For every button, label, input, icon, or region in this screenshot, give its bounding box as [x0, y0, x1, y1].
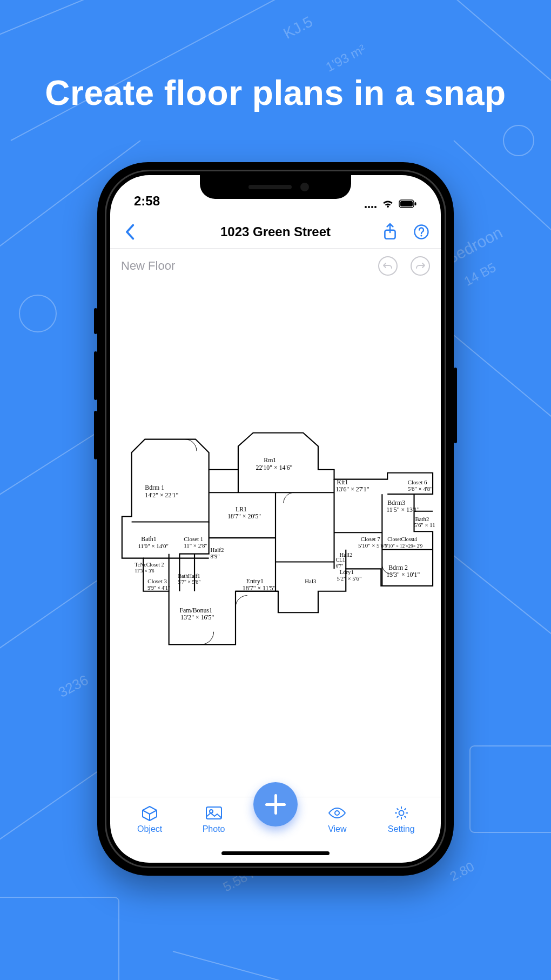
svg-text:11'0" × 14'0": 11'0" × 14'0": [138, 543, 168, 549]
tab-photo-label: Photo: [203, 824, 225, 834]
svg-text:18'7" × 20'5": 18'7" × 20'5": [227, 512, 261, 520]
svg-text:13'3" × 10'1": 13'3" × 10'1": [386, 571, 420, 578]
tab-view[interactable]: View: [313, 805, 361, 834]
view-icon: [328, 805, 346, 821]
promo-headline: Create floor plans in a snap: [0, 73, 551, 113]
home-indicator[interactable]: [221, 851, 330, 855]
subbar: New Floor: [110, 251, 441, 281]
navbar: 1023 Green Street: [110, 215, 441, 249]
svg-text:3236: 3236: [56, 671, 91, 701]
svg-text:BathHalf1: BathHalf1: [178, 573, 200, 579]
svg-line-4: [0, 573, 108, 670]
svg-point-79: [335, 811, 339, 815]
svg-text:TcNcCloset 2: TcNcCloset 2: [135, 562, 164, 568]
svg-point-80: [399, 811, 404, 816]
svg-text:1'93 m²: 1'93 m²: [323, 42, 368, 75]
svg-text:Half2: Half2: [211, 546, 224, 553]
svg-rect-30: [400, 201, 413, 206]
svg-text:Hal3: Hal3: [305, 578, 316, 584]
svg-text:13'2" × 16'5": 13'2" × 16'5": [180, 614, 214, 621]
signal-icon: [364, 199, 377, 209]
svg-text:Ldry1: Ldry1: [339, 569, 354, 575]
svg-point-34: [420, 235, 422, 236]
svg-text:5'2" × 5'6": 5'2" × 5'6": [337, 575, 361, 582]
phone-notch: [200, 175, 351, 199]
floorplan-drawing: Bdrm 1 14'2" × 22'1" Rm1 22'10" × 14'6" …: [116, 430, 435, 654]
add-button[interactable]: [253, 782, 298, 826]
tab-object[interactable]: Object: [125, 805, 174, 834]
svg-text:6'7": 6'7": [335, 563, 343, 569]
svg-text:Bath2: Bath2: [415, 516, 429, 522]
svg-line-1: [11, 0, 335, 141]
svg-point-27: [371, 206, 373, 208]
svg-rect-77: [206, 807, 221, 819]
svg-line-7: [454, 141, 551, 259]
tab-setting[interactable]: Setting: [377, 805, 426, 834]
tab-setting-label: Setting: [388, 824, 415, 834]
tab-object-label: Object: [137, 824, 162, 834]
share-button[interactable]: [380, 222, 400, 242]
svg-rect-14: [0, 897, 119, 980]
svg-line-9: [448, 551, 551, 659]
undo-button[interactable]: [378, 256, 398, 276]
svg-text:5'6" × 11': 5'6" × 11': [414, 522, 435, 528]
svg-point-25: [365, 206, 367, 208]
svg-text:2.80: 2.80: [447, 859, 476, 884]
question-icon: [413, 224, 429, 240]
status-time: 2:58: [134, 194, 160, 209]
svg-rect-31: [415, 202, 416, 205]
svg-text:18'7" × 11'5": 18'7" × 11'5": [243, 584, 276, 592]
svg-text:Closet 1: Closet 1: [184, 536, 203, 542]
object-icon: [140, 805, 159, 821]
redo-button[interactable]: [411, 256, 430, 276]
tab-view-label: View: [328, 824, 346, 834]
phone-screen: 2:58: [110, 175, 441, 863]
floor-label[interactable]: New Floor: [121, 259, 175, 273]
wifi-icon: [381, 199, 394, 209]
undo-icon: [382, 262, 393, 270]
redo-icon: [415, 262, 426, 270]
svg-text:11" × 2'8": 11" × 2'8": [184, 542, 207, 549]
setting-icon: [392, 805, 411, 821]
svg-line-3: [0, 432, 97, 508]
phone-mockup: 2:58: [97, 162, 454, 876]
svg-point-12: [503, 125, 534, 156]
svg-line-8: [454, 335, 551, 443]
svg-text:Bath1: Bath1: [141, 535, 156, 543]
svg-text:14 B5: 14 B5: [461, 260, 498, 289]
svg-text:11'5" × 13'1": 11'5" × 13'1": [386, 506, 420, 514]
svg-text:14'2" × 22'1": 14'2" × 22'1": [145, 491, 178, 499]
svg-text:KJ.5: KJ.5: [280, 13, 315, 42]
phone-volume-down: [94, 411, 97, 459]
svg-text:Rm1: Rm1: [264, 456, 276, 464]
svg-point-26: [368, 206, 370, 208]
svg-text:9'9" × 4'1": 9'9" × 4'1": [147, 585, 170, 591]
share-icon: [383, 223, 397, 241]
svg-text:11'3"× 3'6: 11'3"× 3'6: [135, 568, 154, 574]
svg-line-10: [173, 951, 411, 980]
phone-power-button: [454, 368, 457, 443]
svg-point-11: [19, 295, 56, 332]
svg-text:CL1: CL1: [335, 557, 345, 563]
svg-text:5'10" × 5'6": 5'10" × 5'6": [358, 542, 386, 549]
svg-text:ClosetClosst4: ClosetClosst4: [387, 536, 417, 542]
svg-line-0: [0, 0, 292, 43]
svg-text:9'10" × 12'×29× 2'9: 9'10" × 12'×29× 2'9: [385, 543, 423, 549]
battery-icon: [399, 199, 417, 209]
tab-photo[interactable]: Photo: [190, 805, 238, 834]
svg-text:Closet 6: Closet 6: [408, 479, 427, 485]
svg-text:13'6" × 27'1": 13'6" × 27'1": [335, 485, 369, 493]
svg-point-28: [374, 206, 377, 208]
svg-text:22'10" × 14'6": 22'10" × 14'6": [256, 464, 292, 471]
nav-title: 1023 Green Street: [220, 224, 331, 239]
svg-rect-13: [470, 746, 551, 832]
phone-mute-switch: [94, 308, 97, 334]
chevron-left-icon: [124, 224, 136, 240]
help-button[interactable]: [412, 222, 431, 242]
svg-point-78: [210, 810, 213, 813]
floorplan-canvas[interactable]: Bdrm 1 14'2" × 22'1" Rm1 22'10" × 14'6" …: [110, 281, 441, 798]
svg-text:Bdrm 1: Bdrm 1: [145, 484, 164, 491]
svg-text:8'9": 8'9": [211, 553, 220, 559]
svg-text:Closet 3: Closet 3: [147, 578, 167, 584]
back-button[interactable]: [120, 222, 139, 242]
